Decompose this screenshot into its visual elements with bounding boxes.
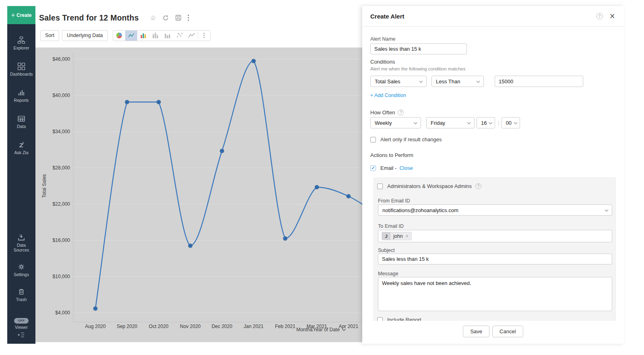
sidebar-item-dashboards[interactable]: Dashboards	[7, 62, 35, 76]
sidebar-item-explorer[interactable]: Explorer	[7, 36, 35, 50]
svg-text:$28,000: $28,000	[53, 165, 70, 171]
panel-header: Create Alert ? ×	[362, 6, 624, 27]
bar-chart-icon[interactable]	[137, 31, 149, 41]
sidebar-item-label: Ask Zia	[14, 150, 28, 155]
refresh-icon[interactable]	[162, 14, 169, 21]
subject-input[interactable]	[378, 254, 612, 264]
help-icon[interactable]: ?	[597, 13, 603, 19]
svg-text:$40,000: $40,000	[53, 93, 70, 98]
panel-body: Alert Name Conditions Alert me when the …	[362, 27, 624, 321]
email-checkbox[interactable]: ✓	[370, 165, 376, 171]
pie-chart-icon[interactable]	[113, 31, 125, 41]
sidebar-item-label: Reports	[14, 98, 29, 103]
chevron-down-icon	[489, 122, 493, 124]
chevron-down-icon	[605, 209, 609, 212]
message-label: Message	[378, 271, 398, 277]
close-icon[interactable]: ×	[610, 12, 615, 21]
minute-select[interactable]: 00	[502, 117, 520, 128]
sidebar-item-reports[interactable]: Reports	[7, 89, 35, 103]
day-select[interactable]: Friday	[426, 117, 475, 128]
svg-text:Aug 2020: Aug 2020	[85, 324, 106, 329]
sidebar-item-label: Data	[17, 124, 26, 129]
sidebar-item-data[interactable]: Data	[7, 115, 35, 129]
stacked-bar-chart-icon[interactable]	[149, 31, 161, 41]
sidebar-item-ask-zia[interactable]: Ask Zia	[7, 141, 35, 155]
page-title: Sales Trend for 12 Months	[39, 13, 139, 23]
sidebar: + Create Explorer Dashboards	[7, 6, 35, 344]
chevron-down-icon	[476, 80, 480, 83]
svg-text:Dec 2020: Dec 2020	[212, 324, 233, 329]
remove-recipient-icon[interactable]: ×	[406, 233, 411, 239]
to-email-input[interactable]: J john ×	[378, 230, 612, 242]
email-label: Email -	[380, 165, 396, 171]
reports-icon	[17, 89, 25, 97]
schedule-row: Weekly Friday 16 : 00	[370, 117, 520, 128]
panel-footer: Save Cancel	[362, 321, 624, 344]
report-view: Sales Trend for 12 Months ☆ Sort Underly…	[35, 6, 362, 342]
sidebar-item-data-sources[interactable]: Data Sources	[7, 233, 35, 252]
save-button[interactable]: Save	[463, 326, 489, 337]
admins-checkbox[interactable]	[377, 184, 383, 189]
create-button[interactable]: + Create	[7, 6, 35, 24]
result-changes-row: Alert only if result changes	[370, 136, 442, 142]
conditions-hint: Alert me when the following condition ma…	[370, 66, 466, 71]
favorite-star-icon[interactable]: ☆	[150, 14, 156, 21]
scatter-chart-icon[interactable]	[173, 31, 186, 41]
message-textarea[interactable]: Weekly sales have not been achieved.	[378, 277, 612, 311]
help-icon[interactable]: ?	[398, 109, 404, 116]
create-button-label: Create	[17, 12, 31, 18]
from-email-select[interactable]: notifications@zohoanalytics.com	[378, 204, 612, 216]
sidebar-item-trash[interactable]: Trash	[7, 288, 35, 302]
alert-name-label: Alert Name	[370, 36, 396, 42]
save-icon[interactable]	[175, 14, 182, 21]
email-close-link[interactable]: Close	[399, 165, 413, 171]
condition-row: Total Sales Less Than	[370, 76, 583, 87]
email-settings-box: Administrators & Workspace Admins ? From…	[374, 178, 616, 321]
chart-type-switcher	[113, 30, 211, 41]
chart-more-icon[interactable]	[198, 31, 210, 41]
chevron-down-icon	[342, 328, 346, 331]
sidebar-item-label: Viewer	[15, 325, 28, 330]
underlying-data-button[interactable]: Underlying Data	[62, 30, 108, 41]
svg-text:$16,000: $16,000	[53, 237, 70, 243]
viewer-toggle[interactable]: OFF	[14, 318, 29, 324]
admins-label: Administrators & Workspace Admins	[387, 183, 472, 189]
svg-text:$46,000: $46,000	[53, 56, 70, 62]
bar-chart-alt-icon[interactable]	[161, 31, 173, 41]
svg-text:Oct 2020: Oct 2020	[149, 324, 169, 329]
help-icon[interactable]: ?	[475, 183, 481, 189]
line-chart-icon[interactable]	[125, 31, 137, 41]
create-alert-panel: Create Alert ? × Alert Name Conditions A…	[362, 6, 624, 344]
from-email-label: From Email ID	[378, 198, 410, 204]
include-report-checkbox[interactable]	[377, 317, 383, 321]
dashboards-icon	[17, 62, 25, 70]
sales-trend-line-chart[interactable]: $46,000$40,000$34,000$28,000$22,000$16,0…	[35, 47, 362, 342]
y-axis-title: Total Sales	[41, 171, 47, 200]
email-action-row: ✓ Email - Close	[370, 165, 413, 171]
svg-text:$10,000: $10,000	[53, 274, 70, 279]
more-options-icon[interactable]	[188, 14, 189, 21]
recipient-chip: J john ×	[382, 232, 412, 240]
sort-button[interactable]: Sort	[40, 30, 59, 41]
area-chart-icon[interactable]	[186, 31, 198, 41]
frequency-select[interactable]: Weekly	[370, 117, 421, 128]
report-header: Sales Trend for 12 Months ☆	[35, 6, 362, 29]
result-changes-checkbox[interactable]	[370, 137, 376, 142]
chart-area[interactable]: $46,000$40,000$34,000$28,000$22,000$16,0…	[35, 47, 362, 342]
condition-operator-select[interactable]: Less Than	[431, 76, 484, 87]
chevron-down-icon	[467, 122, 471, 124]
svg-text:$22,000: $22,000	[53, 201, 70, 207]
hour-select[interactable]: 16	[477, 117, 495, 128]
svg-text:Nov 2020: Nov 2020	[180, 324, 201, 329]
alert-name-input[interactable]	[370, 43, 467, 54]
condition-value-input[interactable]	[495, 76, 583, 87]
collapse-sidebar-icon[interactable]	[17, 332, 25, 340]
add-condition-link[interactable]: + Add Condition	[370, 93, 406, 98]
sidebar-item-settings[interactable]: Settings	[7, 263, 35, 277]
admins-row: Administrators & Workspace Admins ?	[377, 183, 481, 189]
condition-field-select[interactable]: Total Sales	[370, 76, 427, 87]
sidebar-item-label: Settings	[14, 272, 29, 277]
sidebar-item-label: Explorer	[13, 45, 29, 50]
cancel-button[interactable]: Cancel	[492, 326, 523, 337]
sidebar-item-viewer[interactable]: OFF Viewer	[7, 318, 35, 330]
